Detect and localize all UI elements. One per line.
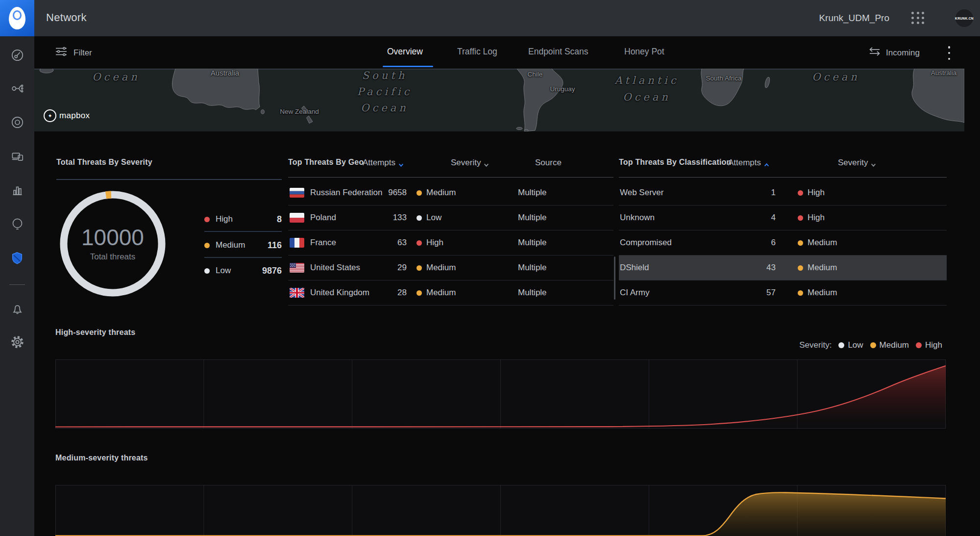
map-label-uruguay: Uruguay xyxy=(550,85,575,93)
swap-arrows-icon xyxy=(867,46,882,59)
flag-usa-icon xyxy=(290,255,304,280)
attempts-value: 29 xyxy=(348,255,407,280)
severity-panel-title: Total Threats By Severity xyxy=(56,158,152,167)
chevron-down-icon xyxy=(871,160,876,166)
flag-russia-icon xyxy=(290,180,304,205)
severity-value: Medium xyxy=(416,255,456,280)
severity-chart-legend: Severity: Low Medium High xyxy=(799,340,942,350)
map-label-chile: Chile xyxy=(528,71,543,78)
classification-col-severity[interactable]: Severity xyxy=(838,158,876,168)
source-value: Multiple xyxy=(518,281,547,305)
geo-col-severity[interactable]: Severity xyxy=(451,158,489,168)
legend-row-high: High 8 xyxy=(204,211,282,228)
flag-uk-icon xyxy=(290,281,304,305)
table-row-dshield[interactable]: DShield 43 Medium xyxy=(619,255,947,281)
map-label-ocean-left: Ocean xyxy=(92,71,140,83)
severity-panel-rule xyxy=(56,179,282,180)
table-row-web-server[interactable]: Web Server 1 High xyxy=(619,180,947,205)
total-threats-value: 10000 xyxy=(59,226,167,249)
sidebar-divider xyxy=(9,284,25,285)
severity-value: Low xyxy=(416,205,441,230)
legend-divider-2 xyxy=(204,257,282,258)
table-row-france[interactable]: France 63 High Multiple xyxy=(288,230,613,255)
sidebar-item-insights[interactable] xyxy=(0,213,34,234)
sidebar-item-clients[interactable] xyxy=(0,145,34,167)
device-name: Krunk_UDM_Pro xyxy=(819,13,889,24)
gear-icon xyxy=(11,335,24,349)
sidebar-item-devices[interactable] xyxy=(0,111,34,133)
map-label-atlantic-2: Ocean xyxy=(623,91,670,103)
sidebar-item-threat-management[interactable] xyxy=(0,247,34,269)
page-title: Network xyxy=(46,11,87,24)
severity-value: Medium xyxy=(798,281,837,305)
topology-icon xyxy=(11,82,24,95)
total-threats-label: Total threats xyxy=(59,252,167,262)
geo-col-attempts[interactable]: Attempts xyxy=(351,158,404,168)
map-label-new-zealand: New Zealand xyxy=(280,108,319,115)
sidebar-item-topology[interactable] xyxy=(0,77,34,99)
sidebar-item-dashboard[interactable] xyxy=(0,44,34,66)
direction-label: Incoming xyxy=(886,48,920,58)
sidebar-item-settings[interactable] xyxy=(0,331,34,353)
avatar[interactable]: KRUNK.CN xyxy=(956,9,973,27)
attempts-value: 133 xyxy=(348,205,407,230)
chevron-down-icon xyxy=(484,160,489,166)
geo-table-scrollbar[interactable] xyxy=(614,256,615,300)
unifi-logo[interactable] xyxy=(0,0,34,36)
tab-honey-pot[interactable]: Honey Pot xyxy=(624,47,664,57)
direction-toggle[interactable]: Incoming xyxy=(867,46,920,59)
tab-overview[interactable]: Overview xyxy=(387,47,423,57)
severity-value: High xyxy=(416,230,443,255)
tab-traffic-log[interactable]: Traffic Log xyxy=(457,47,497,57)
map-label-atlantic-1: Atlantic xyxy=(615,75,679,86)
table-row-compromised[interactable]: Compromised 6 Medium xyxy=(619,230,947,255)
attempts-value: 1 xyxy=(717,180,776,205)
attempts-value: 6 xyxy=(717,230,776,255)
severity-value: Medium xyxy=(416,281,456,305)
table-row-unknown[interactable]: Unknown 4 High xyxy=(619,205,947,230)
mapbox-attribution[interactable]: ✦ mapbox xyxy=(44,109,90,122)
legend-row-medium: Medium 116 xyxy=(204,237,282,254)
map-label-south-pacific-1: South xyxy=(362,70,408,81)
source-value: Multiple xyxy=(518,230,547,255)
attempts-value: 57 xyxy=(717,281,776,305)
gauge-icon xyxy=(11,49,24,62)
sort-asc-icon xyxy=(764,160,769,166)
attempts-value: 4 xyxy=(717,205,776,230)
severity-value: High xyxy=(798,180,825,205)
legend-item-high: High xyxy=(916,340,942,350)
map-label-south-pacific-3: Ocean xyxy=(361,102,408,114)
medium-severity-chart xyxy=(55,485,946,536)
geo-col-source[interactable]: Source xyxy=(535,158,562,168)
sidebar-item-notifications[interactable] xyxy=(0,298,34,320)
map-label-south-africa: South Africa xyxy=(706,75,742,82)
filter-bar: Filter Overview Traffic Log Endpoint Sca… xyxy=(34,36,980,69)
classification-head-rule xyxy=(619,177,947,178)
table-row-united-states[interactable]: United States 29 Medium Multiple xyxy=(288,255,613,281)
apps-grid-icon[interactable] xyxy=(911,12,925,25)
more-options-kebab[interactable] xyxy=(947,46,952,60)
sort-desc-icon xyxy=(398,160,404,166)
source-value: Multiple xyxy=(518,205,547,230)
table-row-russian-federation[interactable]: Russian Federation 9658 Medium Multiple xyxy=(288,180,613,205)
medium-dot xyxy=(204,243,210,248)
world-map[interactable]: Ocean Australia New Zealand South Pacifi… xyxy=(34,69,964,131)
classification-col-attempts[interactable]: Attempts xyxy=(720,158,769,168)
flag-france-icon xyxy=(290,230,304,255)
severity-value: High xyxy=(798,205,825,230)
tab-endpoint-scans[interactable]: Endpoint Scans xyxy=(528,47,588,57)
attempts-value: 43 xyxy=(717,255,776,280)
table-row-ci-army[interactable]: CI Army 57 Medium xyxy=(619,281,947,306)
table-row-poland[interactable]: Poland 133 Low Multiple xyxy=(288,205,613,230)
clients-icon xyxy=(11,150,24,163)
bulb-icon xyxy=(11,217,24,230)
table-row-united-kingdom[interactable]: United Kingdom 28 Medium Multiple xyxy=(288,281,613,306)
bell-icon xyxy=(11,303,24,316)
attempts-value: 28 xyxy=(348,281,407,305)
high-dot xyxy=(204,217,210,222)
device-circle-icon xyxy=(11,116,24,129)
source-value: Multiple xyxy=(518,255,547,280)
sidebar-item-statistics[interactable] xyxy=(0,179,34,201)
source-value: Multiple xyxy=(518,180,547,205)
filter-button[interactable]: Filter xyxy=(55,46,92,60)
